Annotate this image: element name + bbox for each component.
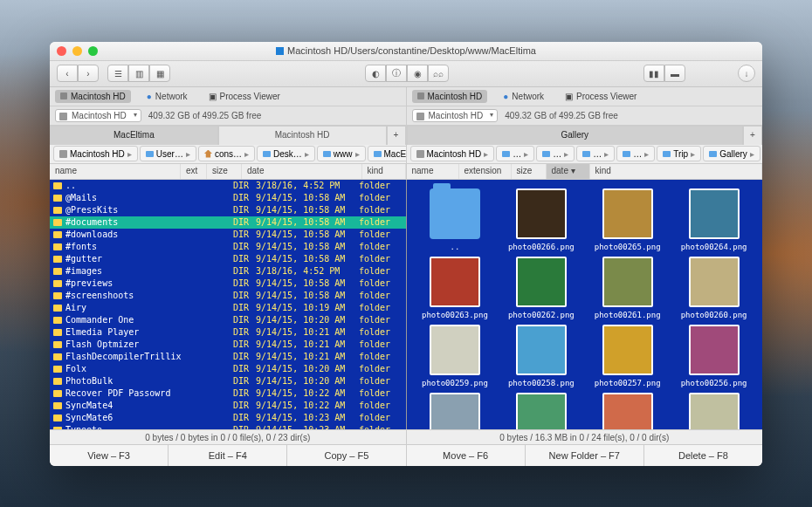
loc-tab-hd-left[interactable]: Macintosh HD (55, 90, 131, 103)
grid-item[interactable]: photo00258.png (499, 325, 582, 387)
download-button[interactable]: ↓ (738, 65, 755, 82)
view-list-button[interactable]: ☰ (107, 65, 128, 82)
grid-item[interactable]: photo00260.png (672, 257, 755, 319)
list-row[interactable]: #documentsDIR9/14/15, 10:58 AMfolder (50, 216, 406, 229)
crumb-right-0[interactable]: Macintosh HD ▸ (410, 146, 495, 161)
volume-select-right[interactable]: Macintosh HD (412, 109, 499, 122)
folder-icon (53, 280, 62, 287)
col-size-left[interactable]: size (207, 164, 242, 179)
folder-tab-left-2[interactable]: Macintosh HD (218, 126, 387, 145)
list-row[interactable]: AiryDIR9/14/15, 10:19 AMfolder (50, 302, 406, 314)
crumb-right-3[interactable]: … ▸ (576, 146, 615, 161)
grid-item[interactable] (414, 393, 497, 429)
search-button[interactable]: ⌕⌕ (428, 65, 449, 82)
list-row[interactable]: SyncMate4DIR9/14/15, 10:22 AMfolder (50, 400, 406, 412)
list-row[interactable]: @MailsDIR9/14/15, 10:58 AMfolder (50, 192, 406, 204)
grid-item-label: photo00259.png (422, 379, 488, 387)
thumbnail (602, 393, 653, 429)
volume-select-left[interactable]: Macintosh HD (55, 109, 141, 122)
breadcrumb-row: Macintosh HD ▸User… ▸cons… ▸Desk… ▸www ▸… (50, 145, 762, 164)
info-button[interactable]: ⓘ (386, 65, 407, 82)
list-row[interactable]: #downloadsDIR9/14/15, 10:58 AMfolder (50, 229, 406, 241)
loc-tab-process-left[interactable]: ▣Process Viewer (203, 90, 286, 103)
thumbnail (689, 257, 740, 307)
col-ext-left[interactable]: ext (181, 164, 207, 179)
list-row[interactable]: SyncMate6DIR9/14/15, 10:23 AMfolder (50, 412, 406, 424)
footer-copy-button[interactable]: Copy – F5 (287, 445, 406, 466)
crumb-right-6[interactable]: Gallery ▸ (703, 146, 760, 161)
list-row[interactable]: @PressKitsDIR9/14/15, 10:58 AMfolder (50, 204, 406, 216)
grid-item[interactable]: photo00263.png (414, 257, 497, 319)
nav-back-button[interactable]: ‹ (57, 65, 78, 82)
list-row[interactable]: PhotoBulkDIR9/14/15, 10:20 AMfolder (50, 375, 406, 387)
grid-item[interactable]: photo00266.png (499, 188, 582, 251)
grid-item[interactable]: photo00264.png (672, 188, 755, 251)
col-date-left[interactable]: date (242, 164, 362, 179)
list-row[interactable]: #fontsDIR9/14/15, 10:58 AMfolder (50, 241, 406, 253)
col-date-right[interactable]: date ▾ (547, 164, 590, 179)
view-columns-button[interactable]: ▥ (128, 65, 149, 82)
col-kind-left[interactable]: kind (362, 164, 406, 179)
footer-view-button[interactable]: View – F3 (50, 445, 169, 466)
toggle-hidden-button[interactable]: ◐ (365, 65, 386, 82)
grid-item[interactable]: photo00257.png (586, 325, 669, 387)
crumb-right-4[interactable]: … ▸ (616, 146, 655, 161)
view-grid-button[interactable]: ▦ (149, 65, 170, 82)
loc-tab-process-right[interactable]: ▣Process Viewer (560, 90, 642, 103)
list-row[interactable]: ..DIR3/18/16, 4:52 PMfolder (50, 180, 406, 192)
nav-forward-button[interactable]: › (78, 65, 99, 82)
grid-item[interactable]: photo00259.png (414, 325, 497, 387)
grid-item[interactable]: photo00256.png (672, 325, 755, 387)
loc-tab-network-left[interactable]: ●Network (141, 90, 193, 103)
col-size-right[interactable]: size (512, 164, 547, 179)
right-panel[interactable]: ..photo00266.pngphoto00265.pngphoto00264… (407, 180, 763, 429)
crumb-left-4[interactable]: www ▸ (317, 146, 366, 161)
footer-delete-button[interactable]: Delete – F8 (644, 445, 762, 466)
list-row[interactable]: Elmedia PlayerDIR9/14/15, 10:21 AMfolder (50, 326, 406, 339)
list-row[interactable]: FolxDIR9/14/15, 10:20 AMfolder (50, 363, 406, 375)
thumbnail (516, 188, 567, 239)
folder-tab-add-left[interactable]: + (387, 126, 406, 145)
folder-tab-right-1[interactable]: Gallery (407, 126, 744, 145)
col-name-left[interactable]: name (50, 164, 181, 179)
footer-edit-button[interactable]: Edit – F4 (169, 445, 287, 466)
list-row[interactable]: FlashDecompilerTrillixDIR9/14/15, 10:21 … (50, 351, 406, 363)
col-kind-right[interactable]: kind (590, 164, 763, 179)
grid-item[interactable]: photo00265.png (586, 188, 669, 251)
crumb-left-1[interactable]: User… ▸ (140, 146, 196, 161)
list-row[interactable]: Recover PDF PassowrdDIR9/14/15, 10:22 AM… (50, 387, 406, 400)
folder-icon (53, 195, 62, 202)
loc-tab-hd-right[interactable]: Macintosh HD (412, 90, 488, 103)
thumbnail (430, 257, 480, 307)
list-row[interactable]: Flash OptmizerDIR9/14/15, 10:21 AMfolder (50, 339, 406, 351)
list-row[interactable]: #previewsDIR9/14/15, 10:58 AMfolder (50, 277, 406, 290)
grid-item[interactable] (672, 393, 755, 429)
col-name-right[interactable]: name (407, 164, 459, 179)
dual-pane-button[interactable]: ▮▮ (643, 65, 664, 82)
folder-tab-left-1[interactable]: MacEltima (50, 126, 218, 145)
crumb-left-5[interactable]: MacEltima ▸ (368, 146, 407, 161)
footer-newfolder-button[interactable]: New Folder – F7 (526, 445, 644, 466)
crumb-right-2[interactable]: … ▸ (536, 146, 575, 161)
crumb-right-5[interactable]: Trip ▸ (657, 146, 701, 161)
list-row[interactable]: #screenshootsDIR9/14/15, 10:58 AMfolder (50, 290, 406, 302)
list-row[interactable]: #gutterDIR9/14/15, 10:58 AMfolder (50, 253, 406, 265)
crumb-left-2[interactable]: cons… ▸ (198, 146, 255, 161)
grid-item[interactable]: .. (414, 188, 497, 251)
loc-tab-network-right[interactable]: ●Network (498, 90, 549, 103)
terminal-button[interactable]: ▬ (664, 65, 685, 82)
grid-item[interactable] (499, 393, 582, 429)
grid-item[interactable]: photo00261.png (586, 257, 669, 319)
grid-item[interactable] (586, 393, 669, 429)
folder-tab-add-right[interactable]: + (743, 126, 762, 145)
list-row[interactable]: #imagesDIR3/18/16, 4:52 PMfolder (50, 265, 406, 277)
crumb-left-3[interactable]: Desk… ▸ (257, 146, 315, 161)
grid-item[interactable]: photo00262.png (499, 257, 582, 319)
left-panel[interactable]: ..DIR3/18/16, 4:52 PMfolder@MailsDIR9/14… (50, 180, 407, 429)
crumb-left-0[interactable]: Macintosh HD ▸ (53, 146, 138, 161)
crumb-right-1[interactable]: … ▸ (496, 146, 534, 161)
list-row[interactable]: Commander OneDIR9/14/15, 10:20 AMfolder (50, 314, 406, 326)
footer-move-button[interactable]: Move – F6 (407, 445, 526, 466)
quicklook-button[interactable]: ◉ (407, 65, 428, 82)
col-ext-right[interactable]: extension (459, 164, 512, 179)
